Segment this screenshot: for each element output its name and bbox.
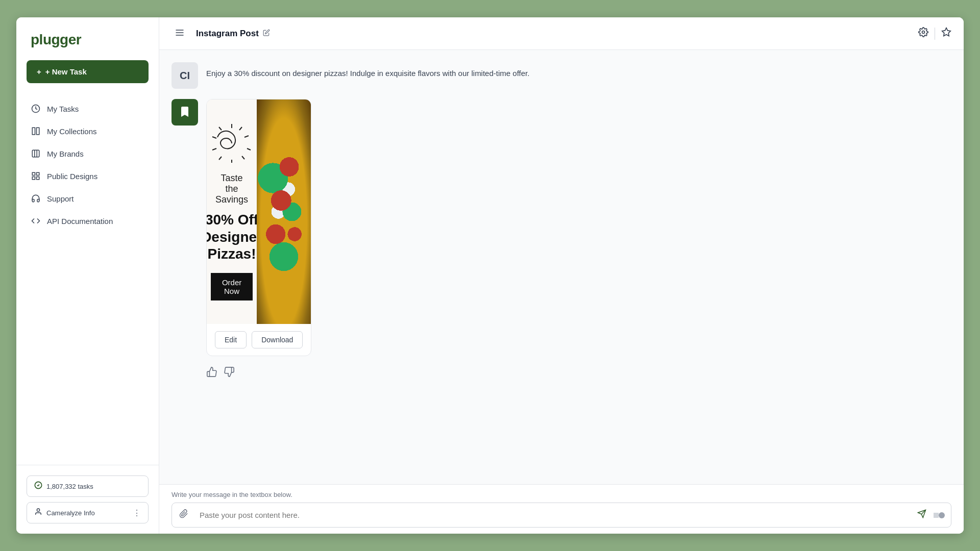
feedback-row <box>172 366 951 380</box>
ai-text-message: CI Enjoy a 30% discount on designer pizz… <box>172 62 951 89</box>
page-title: Instagram Post <box>196 29 270 39</box>
user-box[interactable]: Cameralyze Info ⋮ <box>27 502 149 523</box>
sidebar-item-my-collections[interactable]: My Collections <box>16 120 159 142</box>
svg-rect-7 <box>37 172 39 175</box>
chat-area: CI Enjoy a 30% discount on designer pizz… <box>159 50 964 484</box>
offer-line1: 30% Off <box>207 212 258 228</box>
svg-line-26 <box>247 148 251 150</box>
sidebar: plugger + + New Task My Tasks <box>16 17 159 534</box>
design-right-panel <box>257 99 311 324</box>
sidebar-item-label: API Documentation <box>47 217 113 226</box>
svg-marker-16 <box>942 28 951 36</box>
message-content: Enjoy a 30% discount on designer pizzas!… <box>206 69 529 78</box>
main-content: Instagram Post <box>159 17 964 534</box>
topbar-right <box>918 27 951 40</box>
design-left-panel: Taste the Savings 30% Off Designer Pizza… <box>207 99 257 324</box>
svg-point-15 <box>922 31 925 34</box>
avatar-label: CI <box>180 70 190 82</box>
task-count-box: 1,807,332 tasks <box>27 475 149 497</box>
edit-button[interactable]: Edit <box>215 331 247 348</box>
offer-line3: Pizzas! <box>208 246 256 262</box>
app-logo: plugger <box>31 32 81 48</box>
plugger-avatar <box>172 99 198 126</box>
sun-illustration <box>211 123 252 168</box>
sidebar-nav: My Tasks My Collections My Brands <box>16 93 159 465</box>
check-circle-icon <box>34 481 42 491</box>
menu-button[interactable] <box>172 24 188 42</box>
send-button[interactable] <box>910 503 934 527</box>
svg-rect-9 <box>37 177 39 180</box>
thumbs-down-button[interactable] <box>224 366 235 380</box>
grid-icon <box>31 171 41 181</box>
sidebar-item-api-docs[interactable]: API Documentation <box>16 210 159 232</box>
design-action-buttons: Edit Download <box>207 324 311 356</box>
status-dot <box>939 512 945 518</box>
sidebar-item-label: Public Designs <box>47 172 97 181</box>
headset-icon <box>31 193 41 204</box>
page-title-text: Instagram Post <box>196 29 259 39</box>
settings-button[interactable] <box>918 27 928 40</box>
attach-button[interactable] <box>172 503 195 527</box>
download-button[interactable]: Download <box>252 331 303 348</box>
svg-point-11 <box>37 509 39 511</box>
order-now-button[interactable]: Order Now <box>211 273 253 300</box>
new-task-label: + New Task <box>45 67 87 76</box>
clock-icon <box>31 104 41 114</box>
sidebar-bottom: 1,807,332 tasks Cameralyze Info ⋮ <box>16 465 159 534</box>
message-input[interactable] <box>195 505 910 525</box>
plus-icon: + <box>37 67 41 76</box>
topbar-divider <box>935 28 935 40</box>
svg-rect-8 <box>32 177 35 180</box>
app-window: plugger + + New Task My Tasks <box>16 17 964 534</box>
task-count-label: 1,807,332 tasks <box>46 483 93 490</box>
svg-rect-2 <box>37 128 39 135</box>
svg-line-21 <box>212 137 216 138</box>
brand-icon <box>31 148 41 159</box>
svg-line-20 <box>219 127 222 130</box>
user-name-label: Cameralyze Info <box>46 509 129 517</box>
svg-line-25 <box>242 156 244 159</box>
book-icon <box>31 126 41 136</box>
svg-line-19 <box>244 136 249 137</box>
sidebar-item-label: My Tasks <box>47 105 79 113</box>
ai-message-text: Enjoy a 30% discount on designer pizzas!… <box>206 62 951 80</box>
pizza-image <box>257 99 311 324</box>
cta-label: Order Now <box>222 278 241 295</box>
edit-label: Edit <box>225 336 237 344</box>
sidebar-item-label: My Brands <box>47 149 84 158</box>
sidebar-item-support[interactable]: Support <box>16 187 159 210</box>
sidebar-item-my-brands[interactable]: My Brands <box>16 142 159 165</box>
svg-line-18 <box>239 127 242 130</box>
resize-handle[interactable] <box>934 513 939 518</box>
user-icon <box>34 508 42 518</box>
code-icon <box>31 216 41 226</box>
sidebar-item-my-tasks[interactable]: My Tasks <box>16 97 159 120</box>
design-preview: Taste the Savings 30% Off Designer Pizza… <box>207 99 311 324</box>
bottom-input-area: Write your message in the textbox below. <box>159 484 964 534</box>
svg-line-23 <box>219 157 222 160</box>
sidebar-item-public-designs[interactable]: Public Designs <box>16 165 159 187</box>
download-label: Download <box>261 336 293 344</box>
edit-title-icon[interactable] <box>263 29 270 38</box>
svg-rect-3 <box>32 150 39 157</box>
design-offer: 30% Off Designer Pizzas! <box>207 211 262 263</box>
thumbs-up-button[interactable] <box>206 366 217 380</box>
svg-rect-6 <box>32 172 35 175</box>
sidebar-item-label: Support <box>47 194 74 203</box>
favorite-button[interactable] <box>941 27 951 40</box>
design-card-wrapper: Taste the Savings 30% Off Designer Pizza… <box>206 99 311 356</box>
input-hint: Write your message in the textbox below. <box>172 491 951 498</box>
svg-rect-1 <box>32 128 35 135</box>
input-row <box>172 503 951 528</box>
logo-area: plugger <box>16 17 159 60</box>
top-bar: Instagram Post <box>159 17 964 50</box>
svg-line-22 <box>212 148 216 150</box>
design-card: Taste the Savings 30% Off Designer Pizza… <box>206 99 311 356</box>
ai-design-message: Taste the Savings 30% Off Designer Pizza… <box>172 99 951 356</box>
design-tagline: Taste the Savings <box>215 173 248 205</box>
new-task-button[interactable]: + + New Task <box>27 60 149 83</box>
more-options-icon[interactable]: ⋮ <box>133 508 141 518</box>
ai-avatar: CI <box>172 62 198 89</box>
offer-line2: Designer <box>207 229 262 245</box>
sidebar-item-label: My Collections <box>47 127 97 136</box>
